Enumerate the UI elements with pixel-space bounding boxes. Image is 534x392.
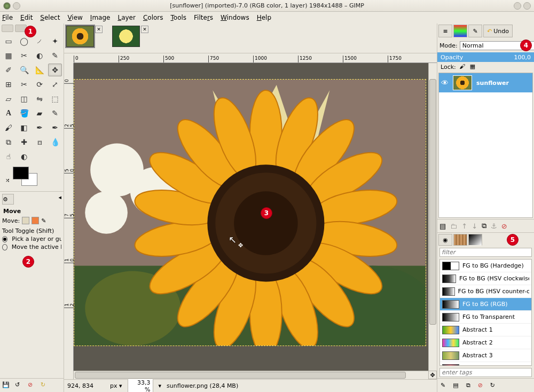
anchor-layer-icon[interactable]: ⚓ xyxy=(491,222,497,230)
visibility-icon[interactable]: 👁 xyxy=(441,79,449,87)
scrollbar-vertical[interactable] xyxy=(428,63,437,371)
scale-tool[interactable]: ⤢ xyxy=(48,78,62,91)
menu-image[interactable]: Image xyxy=(90,14,111,21)
gradient-row[interactable]: Aneurism xyxy=(440,362,531,366)
color-picker-tool[interactable]: ✐ xyxy=(2,64,15,76)
radio-pick-layer[interactable] xyxy=(2,236,7,242)
move-mode-path[interactable]: ✎ xyxy=(41,217,46,224)
scissors-tool[interactable]: ✂ xyxy=(17,49,31,62)
thumb-close-2[interactable]: ✕ xyxy=(141,26,148,33)
perspective-tool[interactable]: ◫ xyxy=(17,92,31,105)
ink-tool[interactable]: ✒ xyxy=(48,121,62,134)
sticky-icon[interactable] xyxy=(13,2,20,10)
rect-select-tool[interactable]: ▭ xyxy=(2,35,15,48)
move-tool[interactable]: ✥ xyxy=(48,64,62,76)
delete-gradient-icon[interactable]: ⊘ xyxy=(478,382,483,389)
new-gradient-icon[interactable]: ▤ xyxy=(453,382,458,389)
menu-tools[interactable]: Tools xyxy=(171,14,187,21)
fg-color[interactable] xyxy=(13,167,29,179)
airbrush-tool[interactable]: ✒ xyxy=(33,121,46,134)
foreground-select-tool[interactable]: ◐ xyxy=(33,49,46,62)
minimize-button[interactable] xyxy=(514,2,521,10)
thumb-close-1[interactable]: ✕ xyxy=(95,26,103,33)
gradient-row[interactable]: FG to BG (HSV clockwise hue) xyxy=(440,272,531,285)
lower-layer-icon[interactable]: ↓ xyxy=(472,222,477,230)
raise-layer-icon[interactable]: ↑ xyxy=(461,222,467,230)
brushes-tab[interactable]: ◉ xyxy=(438,234,452,246)
edit-gradient-icon[interactable]: ✎ xyxy=(441,382,445,389)
gradient-tags-input[interactable] xyxy=(439,368,532,377)
color-swatches[interactable]: ⤭ xyxy=(0,164,64,191)
crop-tool[interactable]: ✂ xyxy=(17,78,31,91)
tool-options-menu-icon[interactable]: ◂ xyxy=(58,194,61,207)
dodge-tool[interactable]: ◐ xyxy=(17,150,31,163)
layer-row[interactable]: 👁 sunflower xyxy=(439,73,532,92)
undo-history-tab[interactable]: ↶Undo xyxy=(483,25,513,37)
paths-tab[interactable]: ✎ xyxy=(468,25,482,37)
menu-windows[interactable]: Windows xyxy=(221,14,249,21)
menu-file[interactable]: File xyxy=(2,14,13,21)
menu-view[interactable]: View xyxy=(67,14,82,21)
smudge-tool[interactable]: ☝ xyxy=(2,150,15,163)
clone-tool[interactable]: ⧉ xyxy=(2,136,15,148)
gradient-row[interactable]: FG to Transparent xyxy=(440,311,531,324)
shear-tool[interactable]: ▱ xyxy=(2,92,15,105)
pencil-tool[interactable]: ✎ xyxy=(48,107,62,120)
menu-edit[interactable]: Edit xyxy=(20,14,33,21)
flip-tool[interactable]: ⇋ xyxy=(33,92,46,105)
radio-move-active[interactable] xyxy=(2,244,7,250)
gradient-row[interactable]: FG to BG (RGB) xyxy=(440,298,531,311)
duplicate-layer-icon[interactable]: ⧉ xyxy=(482,222,486,230)
lock-pixels-icon[interactable]: 🖌 xyxy=(459,63,467,70)
status-zoom[interactable]: 33,3 % xyxy=(128,378,153,393)
opacity-slider[interactable]: Opacity 100,0 xyxy=(437,52,534,62)
navigation-icon[interactable]: ✥ xyxy=(428,371,437,379)
move-mode-selection[interactable] xyxy=(32,217,39,224)
scrollbar-horizontal[interactable] xyxy=(74,371,428,379)
gradient-row[interactable]: FG to BG (Hardedge) xyxy=(440,260,531,272)
cage-tool[interactable]: ⬚ xyxy=(48,92,62,105)
status-unit[interactable]: px ▾ xyxy=(110,382,122,389)
reset-options-icon[interactable]: ↻ xyxy=(41,381,49,390)
channels-tab[interactable] xyxy=(453,25,467,37)
gradient-filter-input[interactable] xyxy=(439,248,532,257)
heal-tool[interactable]: ✚ xyxy=(17,136,31,148)
align-tool[interactable]: ⊞ xyxy=(2,78,15,91)
text-tool[interactable]: A xyxy=(2,107,15,120)
eraser-tool[interactable]: ◧ xyxy=(17,121,31,134)
free-select-tool[interactable]: ⟋ xyxy=(33,35,46,48)
thumb-flower2[interactable]: ✕ xyxy=(112,26,148,47)
menu-colors[interactable]: Colors xyxy=(143,14,163,21)
move-mode-layer[interactable] xyxy=(22,217,29,224)
refresh-gradients-icon[interactable]: ↻ xyxy=(490,382,495,389)
menu-help[interactable]: Help xyxy=(257,14,271,21)
blend-tool[interactable]: ▰ xyxy=(33,107,46,120)
gradient-row[interactable]: FG to BG (HSV counter-clockwise) xyxy=(440,285,531,298)
by-color-select-tool[interactable]: ▦ xyxy=(2,49,15,62)
new-group-icon[interactable]: 🗀 xyxy=(450,222,457,230)
delete-options-icon[interactable]: ⊘ xyxy=(28,381,36,390)
save-options-icon[interactable]: 💾 xyxy=(2,381,11,390)
fuzzy-select-tool[interactable]: ✦ xyxy=(48,35,62,48)
duplicate-gradient-icon[interactable]: ⧉ xyxy=(466,382,470,389)
bucket-fill-tool[interactable]: 🪣 xyxy=(17,107,31,120)
tool-options-tab[interactable]: ⚙ xyxy=(2,194,14,205)
canvas[interactable]: ↖ ✥ 3 xyxy=(74,63,428,371)
gradients-tab[interactable] xyxy=(468,234,482,246)
restore-options-icon[interactable]: ↺ xyxy=(15,381,23,390)
gradient-row[interactable]: Abstract 1 xyxy=(440,324,531,336)
zoom-tool[interactable]: 🔍 xyxy=(17,64,31,76)
quick-mask-toggle[interactable] xyxy=(64,371,74,379)
paintbrush-tool[interactable]: 🖌 xyxy=(2,121,15,134)
rotate-tool[interactable]: ⟳ xyxy=(33,78,46,91)
delete-layer-icon[interactable]: ⊘ xyxy=(501,222,507,230)
layers-tab[interactable]: ≡ xyxy=(438,25,452,37)
perspective-clone-tool[interactable]: ⧈ xyxy=(33,136,46,148)
swap-colors-icon[interactable]: ⤭ xyxy=(5,177,10,183)
thumb-sunflower[interactable]: ✕ xyxy=(66,26,103,47)
gradient-row[interactable]: Abstract 2 xyxy=(440,336,531,349)
close-button[interactable] xyxy=(523,2,531,10)
menu-filters[interactable]: Filters xyxy=(194,14,213,21)
menu-select[interactable]: Select xyxy=(40,14,60,21)
measure-tool[interactable]: 📐 xyxy=(33,64,46,76)
